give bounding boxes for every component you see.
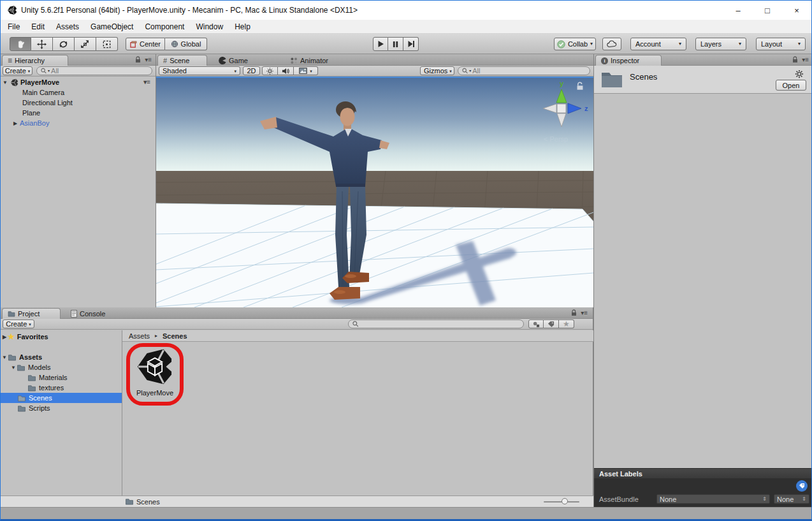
project-search[interactable] bbox=[348, 319, 524, 328]
maximize-button[interactable]: □ bbox=[753, 1, 782, 20]
lighting-toggle-button[interactable] bbox=[262, 66, 278, 75]
layers-dropdown[interactable]: Layers▾ bbox=[695, 38, 746, 50]
minimize-button[interactable]: – bbox=[723, 1, 753, 20]
lock-icon[interactable] bbox=[571, 309, 577, 316]
gear-icon[interactable] bbox=[795, 70, 804, 78]
persp-label[interactable]: < Persp bbox=[544, 135, 568, 143]
scale-icon bbox=[80, 40, 90, 49]
assetbundle-dropdown[interactable]: None⇕ bbox=[656, 494, 770, 504]
tree-item-scripts[interactable]: Scripts bbox=[1, 403, 122, 413]
project-tabstrip: Project Console ▾≡ bbox=[1, 307, 593, 319]
center-pivot-icon bbox=[130, 41, 137, 48]
hierarchy-item-asianboy[interactable]: ▶ AsianBoy bbox=[1, 118, 156, 128]
rotate-tool-button[interactable] bbox=[53, 37, 75, 51]
audio-toggle-button[interactable] bbox=[278, 66, 294, 75]
breadcrumb-root[interactable]: Assets bbox=[129, 332, 150, 340]
expand-arrow-icon[interactable]: ▶ bbox=[12, 121, 18, 126]
menu-window[interactable]: Window bbox=[190, 20, 229, 34]
panel-menu-icon[interactable]: ▾≡ bbox=[581, 310, 588, 316]
tree-item-scenes[interactable]: Scenes bbox=[1, 393, 122, 403]
tab-project[interactable]: Project bbox=[2, 308, 61, 319]
center-label: Center bbox=[140, 40, 161, 48]
menu-gameobject[interactable]: GameObject bbox=[85, 20, 139, 34]
pivot-center-button[interactable]: Center bbox=[126, 38, 165, 50]
close-button[interactable]: × bbox=[782, 1, 811, 20]
hand-tool-button[interactable] bbox=[10, 37, 31, 51]
scene-search[interactable]: ▾ bbox=[458, 66, 590, 75]
gizmos-dropdown[interactable]: Gizmos▾ bbox=[420, 66, 454, 75]
tab-console[interactable]: Console bbox=[71, 309, 105, 318]
project-create-button[interactable]: Create▾ bbox=[3, 319, 34, 328]
tag-icon[interactable] bbox=[796, 480, 808, 492]
star-icon: ★ bbox=[563, 319, 570, 328]
project-search-input[interactable] bbox=[360, 320, 519, 328]
global-label: Global bbox=[181, 40, 201, 48]
tree-item-models[interactable]: ▼ Models bbox=[1, 362, 122, 372]
hierarchy-scene-row[interactable]: ▼ PlayerMove ▾≡ bbox=[1, 77, 156, 87]
account-label: Account bbox=[635, 40, 661, 48]
breadcrumb-current[interactable]: Scenes bbox=[163, 332, 187, 340]
tab-hierarchy[interactable]: ≡ Hierarchy bbox=[2, 55, 68, 66]
menu-file[interactable]: File bbox=[2, 20, 25, 34]
search-by-label-button[interactable] bbox=[544, 319, 559, 328]
lock-icon[interactable] bbox=[792, 56, 798, 63]
tab-animator[interactable]: Animator bbox=[290, 55, 328, 65]
hierarchy-tab-label: Hierarchy bbox=[15, 57, 45, 64]
step-button[interactable] bbox=[403, 37, 419, 51]
status-bar bbox=[1, 507, 811, 520]
shaded-label: Shaded bbox=[163, 67, 187, 75]
panel-menu-icon[interactable]: ▾≡ bbox=[802, 57, 809, 63]
step-icon bbox=[407, 40, 415, 48]
hierarchy-item-plane[interactable]: Plane bbox=[1, 108, 156, 118]
panel-menu-icon[interactable]: ▾≡ bbox=[145, 57, 152, 63]
lock-icon[interactable] bbox=[135, 56, 141, 63]
move-tool-button[interactable] bbox=[31, 37, 53, 51]
zoom-slider-thumb[interactable] bbox=[562, 498, 568, 504]
tab-scene[interactable]: # Scene bbox=[157, 55, 207, 66]
assetbundle-variant-dropdown[interactable]: None⇕ bbox=[774, 494, 809, 504]
scene-tab-label: Scene bbox=[170, 57, 189, 64]
search-by-type-button[interactable] bbox=[528, 319, 544, 328]
menu-assets[interactable]: Assets bbox=[50, 20, 85, 34]
menu-help[interactable]: Help bbox=[229, 20, 256, 34]
collab-button[interactable]: Collab▾ bbox=[554, 38, 596, 50]
2d-toggle-button[interactable]: 2D bbox=[243, 66, 260, 75]
account-dropdown[interactable]: Account▾ bbox=[630, 38, 686, 50]
open-button[interactable]: Open bbox=[776, 80, 806, 91]
collapse-arrow-icon[interactable]: ▼ bbox=[2, 80, 8, 85]
create-label: Create bbox=[5, 67, 26, 75]
project-breadcrumb: Assets ▸ Scenes bbox=[122, 330, 593, 342]
menu-component[interactable]: Component bbox=[139, 20, 190, 34]
window-title: Unity 5.6.2f1 Personal (64bit) - PlayerM… bbox=[21, 6, 358, 15]
menu-edit[interactable]: Edit bbox=[25, 20, 50, 34]
rect-tool-button[interactable] bbox=[96, 37, 118, 51]
hierarchy-search-input[interactable] bbox=[51, 67, 148, 75]
pause-button[interactable] bbox=[388, 37, 403, 51]
shaded-dropdown[interactable]: Shaded▾ bbox=[159, 66, 240, 75]
console-icon bbox=[71, 310, 77, 318]
tree-item-textures[interactable]: textures bbox=[1, 383, 122, 393]
scene-viewport[interactable]: y z < Persp bbox=[156, 77, 593, 307]
plane-mesh[interactable] bbox=[156, 203, 593, 307]
tab-inspector[interactable]: i Inspector bbox=[595, 55, 662, 66]
hierarchy-search[interactable]: ▾ bbox=[36, 66, 152, 75]
project-splitter[interactable] bbox=[122, 330, 122, 495]
scale-tool-button[interactable] bbox=[75, 37, 96, 51]
layout-dropdown[interactable]: Layout▾ bbox=[756, 38, 806, 50]
effects-dropdown-button[interactable]: ▾ bbox=[294, 66, 318, 75]
hierarchy-item-main-camera[interactable]: Main Camera bbox=[1, 87, 156, 98]
tree-item-assets[interactable]: ▼ Assets bbox=[1, 352, 122, 362]
tab-game[interactable]: Game bbox=[219, 55, 248, 65]
orientation-global-button[interactable]: Global bbox=[165, 38, 207, 50]
favorites-filter-button[interactable]: ★ bbox=[559, 319, 574, 328]
game-icon bbox=[219, 57, 226, 64]
hierarchy-item-directional-light[interactable]: Directional Light bbox=[1, 98, 156, 108]
star-icon: ★ bbox=[8, 332, 15, 341]
scene-row-menu-icon[interactable]: ▾≡ bbox=[143, 79, 150, 85]
cloud-button[interactable] bbox=[602, 38, 621, 50]
play-button[interactable] bbox=[373, 37, 388, 51]
tree-item-favorites[interactable]: ▶ ★ Favorites bbox=[1, 332, 122, 342]
hierarchy-create-button[interactable]: Create▾ bbox=[3, 66, 33, 75]
tree-item-materials[interactable]: Materials bbox=[1, 372, 122, 383]
scene-search-input[interactable] bbox=[472, 67, 586, 75]
